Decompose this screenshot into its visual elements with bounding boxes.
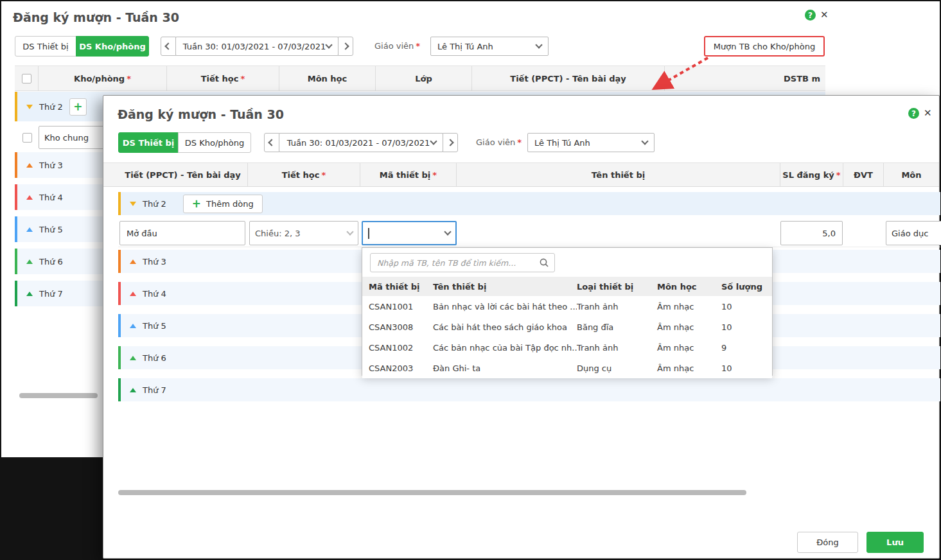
search-wrap bbox=[370, 253, 555, 272]
next-week-button[interactable] bbox=[443, 133, 458, 152]
device-option-row[interactable]: CSAN2003 Đàn Ghi- ta Dụng cụ Âm nhạc 10 bbox=[362, 358, 772, 378]
expand-triangle-icon[interactable] bbox=[26, 259, 33, 264]
tab-ds-kho-phong[interactable]: DS Kho/phòng bbox=[178, 132, 251, 153]
week-select-value: Tuần 30: 01/03/2021 - 07/03/2021 bbox=[286, 138, 431, 148]
close-icon[interactable]: ✕ bbox=[924, 109, 932, 118]
teacher-label-text: Giáo viên bbox=[374, 41, 414, 51]
close-button[interactable]: Đóng bbox=[797, 532, 858, 553]
expand-triangle-icon[interactable] bbox=[26, 195, 33, 200]
col-label: ĐVT bbox=[854, 170, 873, 180]
quantity-input[interactable] bbox=[780, 221, 843, 245]
dialog-title: Đăng ký mượn - Tuần 30 bbox=[118, 107, 284, 121]
col-mon: Môn bbox=[884, 163, 939, 186]
chevron-right-icon bbox=[342, 42, 349, 49]
week-select[interactable]: Tuần 30: 01/03/2021 - 07/03/2021 bbox=[175, 37, 339, 56]
subject-cell[interactable]: Giáo dục bbox=[886, 221, 941, 245]
device-code-select[interactable] bbox=[362, 221, 457, 245]
chevron-right-icon bbox=[446, 139, 453, 146]
borrow-dialog: Đăng ký mượn - Tuần 30 ? ✕ DS Thiết bị D… bbox=[103, 95, 940, 559]
save-button[interactable]: Lưu bbox=[866, 532, 924, 553]
picker-col-code: Mã thiết bị bbox=[369, 282, 433, 292]
picker-header-row: Mã thiết bị Tên thiết bị Loại thiết bị M… bbox=[362, 277, 772, 296]
col-label: Môn bbox=[901, 170, 921, 180]
col-label: SL đăng ký bbox=[782, 170, 834, 180]
col-tiet-hoc: Tiết học* bbox=[167, 66, 279, 91]
device-subject: Âm nhạc bbox=[657, 322, 721, 332]
device-option-row[interactable]: CSAN3008 Các bài hát theo sách giáo khoa… bbox=[362, 317, 772, 337]
expand-triangle-icon[interactable] bbox=[130, 324, 136, 328]
col-label: Mã thiết bị bbox=[380, 170, 430, 180]
col-sl-dang-ky: SL đăng ký* bbox=[780, 163, 843, 186]
chevron-down-icon bbox=[325, 41, 332, 48]
horizontal-scrollbar[interactable] bbox=[118, 490, 746, 495]
week-select[interactable]: Tuần 30: 01/03/2021 - 07/03/2021 bbox=[279, 133, 443, 152]
teacher-select[interactable]: Lê Thị Tú Anh bbox=[430, 37, 549, 56]
page-title: Đăng ký mượn - Tuần 30 bbox=[13, 10, 179, 24]
row-checkbox[interactable] bbox=[22, 133, 32, 143]
col-kho-phong: Kho/phòng* bbox=[39, 66, 167, 91]
day-label: Thứ 3 bbox=[39, 161, 63, 170]
tab-ds-kho-phong[interactable]: DS Kho/phòng bbox=[76, 36, 149, 57]
expand-triangle-icon[interactable] bbox=[130, 259, 136, 264]
expand-triangle-icon[interactable] bbox=[26, 227, 33, 232]
help-icon[interactable]: ? bbox=[805, 10, 816, 21]
device-subject: Âm nhạc bbox=[657, 363, 721, 373]
picker-search-area bbox=[362, 248, 772, 277]
expand-triangle-icon[interactable] bbox=[26, 292, 33, 296]
chevron-down-icon bbox=[535, 41, 542, 48]
device-qty: 10 bbox=[721, 363, 772, 373]
device-search-input[interactable] bbox=[370, 253, 555, 272]
device-subject: Âm nhạc bbox=[657, 302, 721, 311]
device-name: Bản nhạc và lời các bài hát theo ... bbox=[433, 302, 577, 311]
expand-triangle-icon[interactable] bbox=[130, 388, 136, 392]
required-marker: * bbox=[127, 74, 131, 83]
device-code: CSAN1002 bbox=[369, 343, 433, 353]
expand-triangle-icon[interactable] bbox=[130, 292, 136, 296]
collapse-triangle-icon[interactable] bbox=[26, 105, 33, 109]
text-caret bbox=[368, 228, 369, 239]
plus-icon: + bbox=[73, 101, 82, 112]
required-marker: * bbox=[517, 137, 522, 147]
device-option-row[interactable]: CSAN1002 Các bản nhạc của bài Tập đọc nh… bbox=[362, 337, 772, 358]
day-label: Thứ 4 bbox=[39, 193, 63, 202]
day-label: Thứ 6 bbox=[39, 257, 63, 267]
room-select-value: Kho chung bbox=[44, 133, 89, 143]
day-label: Thứ 7 bbox=[143, 385, 166, 395]
collapse-triangle-icon[interactable] bbox=[130, 202, 136, 206]
day-label: Thứ 2 bbox=[39, 102, 63, 112]
day-group-thu2[interactable]: Thứ 2 + Thêm dòng bbox=[118, 192, 940, 215]
device-grid-header: Tiết (PPCT) - Tên bài dạy Tiết học* Mã t… bbox=[103, 162, 939, 187]
tab-ds-thiet-bi[interactable]: DS Thiết bị bbox=[118, 132, 179, 153]
col-label: Tên thiết bị bbox=[592, 170, 645, 180]
horizontal-scrollbar[interactable] bbox=[19, 393, 98, 398]
expand-triangle-icon[interactable] bbox=[130, 356, 136, 360]
device-name: Các bản nhạc của bài Tập đọc nh... bbox=[433, 343, 577, 353]
help-icon[interactable]: ? bbox=[908, 108, 919, 119]
col-tiet-hoc: Tiết học* bbox=[248, 163, 360, 186]
next-week-button[interactable] bbox=[338, 37, 353, 56]
select-all-checkbox[interactable] bbox=[22, 74, 31, 83]
expand-triangle-icon[interactable] bbox=[26, 163, 33, 168]
select-all-cell bbox=[15, 66, 39, 91]
teacher-select[interactable]: Lê Thị Tú Anh bbox=[527, 133, 655, 152]
period-select[interactable]: Chiều: 2, 3 bbox=[249, 221, 358, 245]
add-row-label: Thêm dòng bbox=[206, 199, 254, 209]
week-select-value: Tuần 30: 01/03/2021 - 07/03/2021 bbox=[182, 42, 326, 51]
col-label: Tiết học bbox=[201, 74, 239, 83]
tab-ds-thiet-bi[interactable]: DS Thiết bị bbox=[15, 36, 76, 57]
add-row-button[interactable]: + Thêm dòng bbox=[183, 195, 263, 213]
teacher-select-value: Lê Thị Tú Anh bbox=[437, 42, 536, 51]
day-group-thu7[interactable]: Thứ 7 bbox=[118, 378, 940, 401]
prev-week-button[interactable] bbox=[264, 133, 279, 152]
required-marker: * bbox=[416, 41, 420, 51]
device-subject: Âm nhạc bbox=[657, 343, 721, 353]
add-row-button[interactable]: + bbox=[69, 98, 87, 116]
day-label: Thứ 7 bbox=[39, 289, 63, 299]
prev-week-button[interactable] bbox=[161, 37, 176, 56]
chevron-down-icon bbox=[444, 228, 451, 235]
lesson-name-input[interactable] bbox=[119, 221, 245, 245]
device-option-row[interactable]: CSAN1001 Bản nhạc và lời các bài hát the… bbox=[362, 296, 772, 317]
close-icon[interactable]: ✕ bbox=[820, 10, 829, 20]
chevron-down-icon bbox=[641, 137, 648, 144]
day-label: Thứ 5 bbox=[39, 225, 63, 234]
